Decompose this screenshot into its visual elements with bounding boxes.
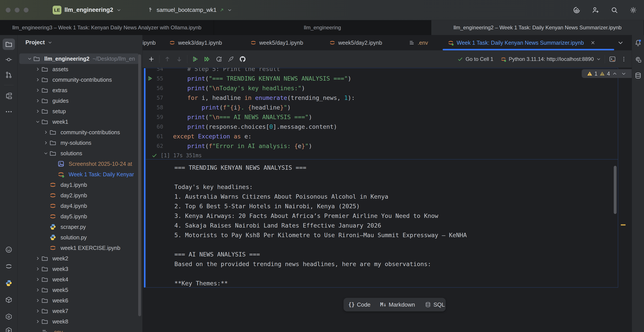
more-options-button[interactable] — [620, 55, 628, 63]
editor-tab-week3-day1-ipynb[interactable]: week3/day1.ipynb — [169, 35, 222, 50]
sidebar-pull-requests[interactable] — [3, 69, 15, 81]
code-line-55[interactable]: 55 print("=== TRENDING KENYAN NEWS ANALY… — [146, 74, 617, 83]
code-line-54[interactable]: 54 # Step 5: Print the result — [146, 68, 617, 74]
sidebar-structure[interactable] — [3, 90, 15, 102]
go-to-cell-button[interactable]: Go to Cell 1 — [457, 55, 493, 63]
tree-item-week2[interactable]: week2 — [19, 253, 139, 264]
run-cell-gutter-icon[interactable] — [147, 75, 153, 81]
jupyter-console-button[interactable] — [608, 55, 616, 63]
code-line-59[interactable]: 59 print("\n=== AI NEWS ANALYSIS ===") — [146, 112, 617, 122]
github-button[interactable] — [239, 55, 246, 63]
bell-icon — [634, 39, 642, 47]
tree-item-setup[interactable]: setup — [19, 106, 139, 117]
add-markdown-cell-button[interactable]: M↓Markdown — [375, 298, 420, 312]
ai-assistant-icon[interactable] — [572, 6, 581, 14]
error-stripe-warning-mark[interactable] — [621, 224, 626, 226]
code-line-56[interactable]: 56 print("\nToday's key headlines:") — [146, 83, 617, 93]
tree-item-llm-engineering2[interactable]: llm_engineering2 ~/Desktop/llm_en — [19, 53, 139, 64]
run-cell-button[interactable] — [191, 55, 199, 63]
editor-tab-ipynb[interactable]: ipynb — [142, 35, 156, 50]
previous-problem-icon[interactable] — [612, 71, 618, 77]
add-sql-cell-button[interactable]: SQL — [420, 298, 450, 312]
tree-item-week1[interactable]: week1 — [19, 117, 139, 127]
project-tree-scrollbar[interactable] — [138, 54, 141, 316]
editor-tab-label: week5/day2.ipynb — [338, 40, 382, 46]
sidebar-python-console[interactable] — [3, 278, 15, 289]
minimize-window-dot[interactable] — [15, 8, 20, 12]
code-line-61[interactable]: 61 except Exception as e: — [146, 131, 617, 141]
search-icon[interactable] — [610, 6, 618, 14]
tree-item-day2-ipynb[interactable]: day2.ipynb — [19, 190, 139, 201]
move-cell-up-button[interactable] — [164, 55, 171, 63]
sidebar-commit[interactable] — [3, 54, 15, 65]
project-panel-header[interactable]: Project — [26, 39, 53, 46]
tree-item-my-solutions[interactable]: my-solutions — [19, 138, 139, 148]
notifications-button[interactable] — [633, 37, 643, 48]
inspections-widget[interactable]: 1 4 — [582, 69, 632, 78]
editor-tab-env[interactable]: .env — [408, 35, 428, 50]
editor-tab-week-1-task-daily-kenyan-news-summarizer-ipynb[interactable]: Week 1 Task: Daily Kenyan News Summarize… — [448, 35, 596, 50]
next-problem-icon[interactable] — [621, 71, 627, 77]
tree-item-week8[interactable]: week8 — [19, 316, 139, 327]
close-tab-icon[interactable] — [590, 39, 596, 46]
sidebar-dependencies[interactable] — [3, 311, 15, 322]
close-window-dot[interactable] — [6, 8, 10, 12]
code-line-60[interactable]: 60 print(response.choices[0].message.con… — [146, 122, 617, 131]
tree-item-day5-ipynb[interactable]: day5.ipynb — [19, 211, 139, 222]
code-line-58[interactable]: 58 print(f"{i}. {headline}") — [146, 103, 617, 112]
add-code-cell-button[interactable]: {}Code — [344, 298, 375, 312]
tree-item-week3[interactable]: week3 — [19, 264, 139, 274]
add-cell-button[interactable] — [148, 55, 155, 63]
editor-tab-week5-day2-ipynb[interactable]: week5/day2.ipynb — [329, 35, 382, 50]
tree-item-assets[interactable]: assets — [19, 64, 139, 74]
tree-item-scraper-py[interactable]: scraper.py — [19, 222, 139, 232]
editor-tab-week5-day1-ipynb[interactable]: week5/day1.ipynb — [250, 35, 303, 50]
tree-item-solution-py[interactable]: solution.py — [19, 232, 139, 243]
code-line-57[interactable]: 57 for i, headline in enumerate(trending… — [146, 93, 617, 103]
tree-item-week1-exercise-ipynb[interactable]: week1 EXERCISE.ipynb — [19, 243, 139, 253]
tree-item-week5[interactable]: week5 — [19, 285, 139, 295]
code-line-62[interactable]: 62 print(f"Error in AI analysis: {e}") — [146, 141, 617, 151]
env-icon — [408, 39, 415, 46]
sidebar-more[interactable] — [3, 106, 15, 117]
tree-item-week6[interactable]: week6 — [19, 295, 139, 306]
tree-item-community-contributions[interactable]: community-contributions — [19, 127, 139, 138]
clear-outputs-button[interactable] — [227, 55, 235, 63]
branch-widget[interactable]: samuel_bootcamp_wk1 — [148, 6, 232, 13]
kernel-selector[interactable]: Python 3.11.14: http://localhost:8890 — [500, 55, 601, 63]
move-cell-down-button[interactable] — [175, 55, 183, 63]
sidebar-project[interactable] — [3, 38, 15, 50]
ai-assistant-button[interactable] — [633, 54, 643, 65]
zoom-window-dot[interactable] — [24, 8, 28, 12]
tree-item-week-1-task-daily-kenyar[interactable]: Week 1 Task: Daily Kenyar — [19, 169, 139, 179]
tree-item-screenshot-2025-10-24-at[interactable]: Screenshot 2025-10-24 at — [19, 159, 139, 169]
add-user-icon[interactable] — [591, 6, 600, 14]
tree-item-env[interactable]: .env — [19, 327, 139, 332]
window-tab-2[interactable]: llm_engineering — [214, 20, 431, 35]
tree-item-week4[interactable]: week4 — [19, 274, 139, 285]
sidebar-services[interactable] — [3, 325, 15, 332]
output-scrollbar[interactable] — [614, 166, 616, 214]
tree-item-day4-ipynb[interactable]: day4.ipynb — [19, 201, 139, 211]
tree-item-community-contributions[interactable]: community-contributions — [19, 74, 139, 85]
tree-item-guides[interactable]: guides — [19, 96, 139, 106]
tree-item-solutions[interactable]: solutions — [19, 148, 139, 159]
tree-item-day1-ipynb[interactable]: day1.ipynb — [19, 179, 139, 190]
tree-item-label: assets — [52, 66, 68, 72]
sidebar-jupyter[interactable] — [3, 261, 15, 272]
database-button[interactable] — [633, 70, 643, 81]
jupyter-icon — [250, 39, 257, 46]
project-widget[interactable]: LE llm_engineering2 — [53, 6, 122, 14]
sidebar-huggingface[interactable] — [3, 244, 15, 255]
window-tab-1[interactable]: llm_engineering3 – Week 1 Task: Kenyan D… — [0, 20, 214, 35]
window-tab-3[interactable]: llm_engineering2 – Week 1 Task: Daily Ke… — [431, 20, 644, 35]
traffic-lights[interactable] — [6, 8, 28, 12]
tree-item-extras[interactable]: extras — [19, 85, 139, 96]
tab-list-chevron-icon[interactable] — [617, 39, 624, 46]
restart-kernel-button[interactable] — [215, 55, 223, 63]
tree-item-week7[interactable]: week7 — [19, 306, 139, 316]
run-all-button[interactable] — [203, 55, 211, 63]
settings-gear-icon[interactable] — [629, 6, 638, 14]
sidebar-python-packages[interactable] — [3, 294, 15, 306]
database-icon — [425, 301, 431, 308]
